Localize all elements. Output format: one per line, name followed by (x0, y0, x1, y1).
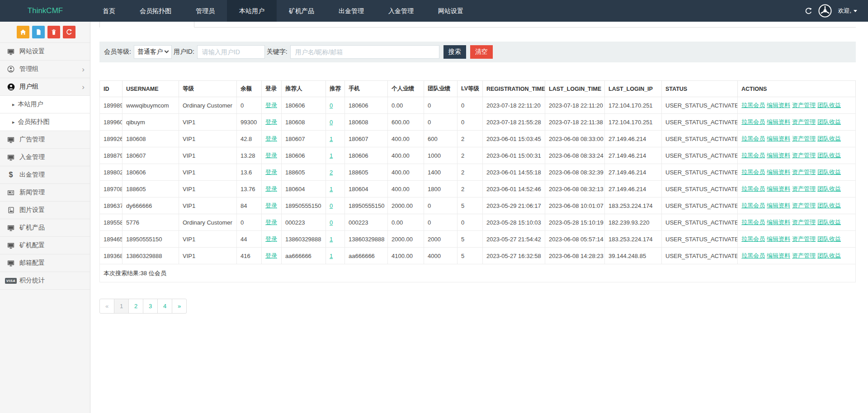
file-button[interactable] (32, 26, 45, 38)
sidebar-item-4[interactable]: ▸会员拓扑图 (0, 113, 90, 131)
page-1[interactable]: 1 (114, 299, 129, 314)
team-income-link[interactable]: 团队收益 (817, 235, 841, 242)
sidebar-item-13[interactable]: VISA积分统计 (0, 272, 90, 290)
blacklist-link[interactable]: 拉黑会员 (741, 252, 765, 259)
asset-manage-link[interactable]: 资产管理 (792, 152, 816, 159)
sidebar-item-12[interactable]: 邮箱配置 (0, 254, 90, 272)
blacklist-link[interactable]: 拉黑会员 (741, 219, 765, 225)
edit-profile-link[interactable]: 编辑资料 (767, 202, 790, 209)
team-income-link[interactable]: 团队收益 (817, 135, 841, 142)
referral-count-link[interactable]: 1 (330, 152, 333, 159)
edit-profile-link[interactable]: 编辑资料 (767, 185, 790, 192)
keyword-input[interactable] (290, 45, 439, 59)
login-link[interactable]: 登录 (265, 252, 277, 259)
edit-profile-link[interactable]: 编辑资料 (767, 118, 790, 125)
avatar[interactable] (818, 4, 832, 18)
referral-count-link[interactable]: 1 (330, 186, 333, 192)
sidebar-item-2[interactable]: 用户组› (0, 78, 90, 96)
blacklist-link[interactable]: 拉黑会员 (741, 118, 765, 125)
sidebar-item-10[interactable]: 矿机产品 (0, 219, 90, 237)
nav-item-3[interactable]: 本站用户 (227, 0, 277, 22)
blacklist-link[interactable]: 拉黑会员 (741, 235, 765, 242)
asset-manage-link[interactable]: 资产管理 (792, 118, 816, 125)
asset-manage-link[interactable]: 资产管理 (792, 252, 816, 259)
asset-manage-link[interactable]: 资产管理 (792, 235, 816, 242)
blacklist-link[interactable]: 拉黑会员 (741, 185, 765, 192)
nav-item-5[interactable]: 出金管理 (326, 0, 376, 22)
sidebar-item-9[interactable]: 图片设置 (0, 202, 90, 219)
edit-profile-link[interactable]: 编辑资料 (767, 135, 790, 142)
nav-item-4[interactable]: 矿机产品 (277, 0, 326, 22)
team-income-link[interactable]: 团队收益 (817, 102, 841, 108)
asset-manage-link[interactable]: 资产管理 (792, 219, 816, 225)
page-2[interactable]: 2 (128, 299, 143, 314)
nav-item-2[interactable]: 管理员 (184, 0, 227, 22)
login-link[interactable]: 登录 (265, 135, 277, 142)
clear-button[interactable]: 清空 (470, 45, 493, 59)
login-link[interactable]: 登录 (265, 235, 277, 242)
team-income-link[interactable]: 团队收益 (817, 219, 841, 225)
asset-manage-link[interactable]: 资产管理 (792, 135, 816, 142)
referral-count-link[interactable]: 1 (330, 236, 333, 243)
asset-manage-link[interactable]: 资产管理 (792, 169, 816, 175)
referral-count-link[interactable]: 0 (330, 219, 333, 226)
nav-item-1[interactable]: 会员拓扑图 (127, 0, 184, 22)
team-income-link[interactable]: 团队收益 (817, 118, 841, 125)
team-income-link[interactable]: 团队收益 (817, 185, 841, 192)
login-link[interactable]: 登录 (265, 118, 277, 125)
sidebar-item-5[interactable]: 广告管理 (0, 131, 90, 149)
asset-manage-link[interactable]: 资产管理 (792, 185, 816, 192)
team-income-link[interactable]: 团队收益 (817, 252, 841, 259)
login-link[interactable]: 登录 (265, 102, 277, 108)
home-button[interactable] (17, 26, 29, 38)
nav-item-6[interactable]: 入金管理 (376, 0, 426, 22)
blacklist-link[interactable]: 拉黑会员 (741, 135, 765, 142)
trash-button[interactable] (47, 26, 60, 38)
login-link[interactable]: 登录 (265, 185, 277, 192)
nav-item-7[interactable]: 网站设置 (426, 0, 476, 22)
referral-count-link[interactable]: 1 (330, 136, 333, 142)
referral-count-link[interactable]: 0 (330, 102, 333, 109)
page-3[interactable]: 3 (143, 299, 158, 314)
welcome-menu[interactable]: 欢迎, (838, 7, 857, 15)
page-next[interactable]: » (172, 299, 187, 314)
team-income-link[interactable]: 团队收益 (817, 169, 841, 175)
userid-input[interactable] (197, 45, 265, 59)
blacklist-link[interactable]: 拉黑会员 (741, 202, 765, 209)
edit-profile-link[interactable]: 编辑资料 (767, 102, 790, 108)
referral-count-link[interactable]: 1 (330, 253, 333, 259)
sidebar-item-0[interactable]: 网站设置 (0, 43, 90, 61)
blacklist-link[interactable]: 拉黑会员 (741, 102, 765, 108)
edit-profile-link[interactable]: 编辑资料 (767, 235, 790, 242)
member-level-select[interactable]: 普通客户 (134, 45, 172, 59)
nav-item-0[interactable]: 首页 (90, 0, 127, 22)
team-income-link[interactable]: 团队收益 (817, 152, 841, 159)
page-prev[interactable]: « (99, 299, 114, 314)
edit-profile-link[interactable]: 编辑资料 (767, 152, 790, 159)
edit-profile-link[interactable]: 编辑资料 (767, 219, 790, 225)
refresh-icon[interactable] (805, 7, 812, 15)
edit-profile-link[interactable]: 编辑资料 (767, 252, 790, 259)
sidebar-item-6[interactable]: 入金管理 (0, 149, 90, 166)
referral-count-link[interactable]: 0 (330, 202, 333, 209)
login-link[interactable]: 登录 (265, 202, 277, 209)
asset-manage-link[interactable]: 资产管理 (792, 102, 816, 108)
login-link[interactable]: 登录 (265, 152, 277, 159)
blacklist-link[interactable]: 拉黑会员 (741, 169, 765, 175)
sidebar-item-3[interactable]: ▸本站用户 (0, 96, 90, 113)
edit-profile-link[interactable]: 编辑资料 (767, 169, 790, 175)
referral-count-link[interactable]: 2 (330, 169, 333, 176)
search-button[interactable]: 搜索 (443, 45, 466, 59)
login-link[interactable]: 登录 (265, 169, 277, 175)
referral-count-link[interactable]: 0 (330, 119, 333, 126)
brand-logo[interactable]: ThinkCMF (0, 0, 90, 22)
login-link[interactable]: 登录 (265, 219, 277, 225)
sidebar-item-8[interactable]: 新闻管理 (0, 184, 90, 202)
sidebar-item-1[interactable]: 管理组› (0, 61, 90, 78)
team-income-link[interactable]: 团队收益 (817, 202, 841, 209)
sidebar-item-7[interactable]: $出金管理 (0, 166, 90, 184)
blacklist-link[interactable]: 拉黑会员 (741, 152, 765, 159)
asset-manage-link[interactable]: 资产管理 (792, 202, 816, 209)
page-4[interactable]: 4 (157, 299, 172, 314)
recycle-button[interactable] (63, 26, 75, 38)
